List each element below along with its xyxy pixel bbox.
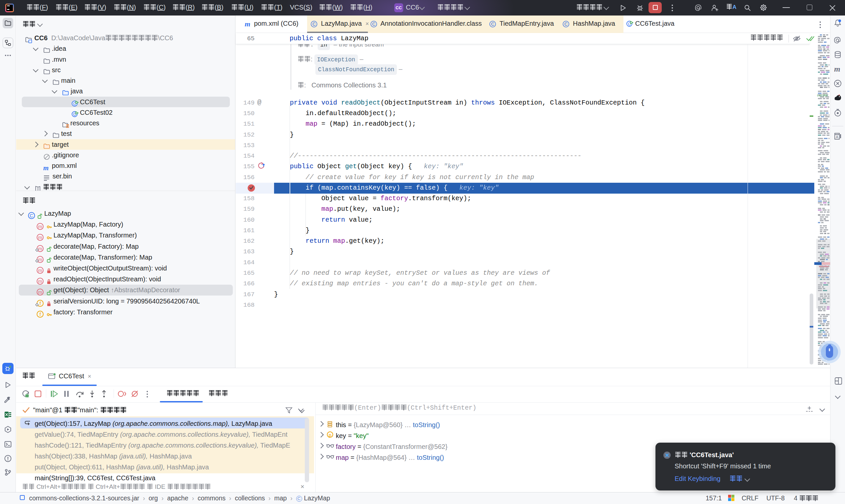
svg-text:A: A — [836, 135, 839, 139]
svg-text:LazyMa: LazyMa — [817, 94, 828, 97]
